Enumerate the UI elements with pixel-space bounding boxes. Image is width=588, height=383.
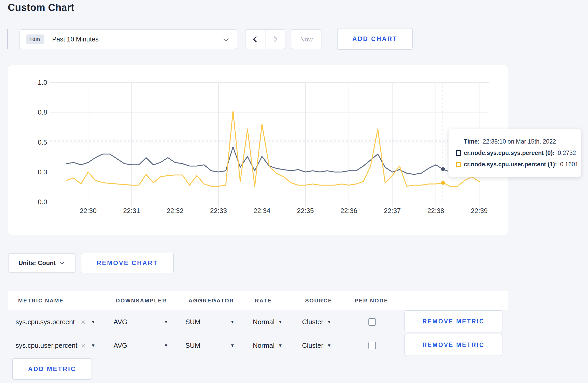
- caret-down-icon[interactable]: ▼: [91, 334, 95, 357]
- chevron-down-icon: [223, 36, 229, 41]
- chart-card: 0.00.30.50.81.022:3022:3122:3222:3322:34…: [8, 65, 508, 235]
- column-header-aggregator: AGGREGATOR: [188, 291, 234, 310]
- clear-metric-icon[interactable]: ×: [81, 334, 86, 357]
- chevron-down-icon: [60, 260, 64, 264]
- source-value: Cluster: [302, 318, 323, 326]
- tooltip-series-value: 0.2732: [558, 150, 576, 157]
- next-time-button[interactable]: [265, 30, 285, 49]
- x-tick-label: 22:32: [167, 207, 184, 215]
- per-node-checkbox[interactable]: [368, 318, 376, 326]
- source-select[interactable]: Cluster▼: [302, 334, 331, 357]
- rate-value: Normal: [253, 318, 275, 326]
- caret-down-icon: ▼: [327, 343, 331, 348]
- x-tick-label: 22:35: [297, 207, 314, 215]
- custom-chart-page: Custom Chart 10m Past 10 Minutes Now ADD…: [0, 0, 588, 383]
- caret-down-icon[interactable]: ▼: [164, 310, 168, 334]
- remove-metric-button[interactable]: REMOVE METRIC: [404, 310, 502, 332]
- y-tick-label: 1.0: [38, 79, 47, 86]
- aggregator-select[interactable]: SUM: [185, 334, 200, 357]
- x-tick-label: 22:36: [340, 207, 357, 215]
- caret-down-icon: ▼: [278, 320, 283, 325]
- metric-row: sys.cpu.sys.percent × ▼ AVG ▼ SUM ▼ Norm…: [8, 310, 508, 334]
- hover-dot-0: [441, 167, 445, 171]
- chart-tooltip: Time: 22:38:10 on Mar 15th, 2022 cr.node…: [448, 129, 581, 177]
- metric-row: sys.cpu.user.percent × ▼ AVG ▼ SUM ▼ Nor…: [8, 334, 508, 357]
- y-tick-label: 0.3: [38, 168, 47, 176]
- column-header-per-node: PER NODE: [355, 291, 388, 310]
- metric-name-select[interactable]: sys.cpu.user.percent: [16, 334, 77, 357]
- series-line-1: [66, 111, 479, 186]
- caret-down-icon[interactable]: ▼: [230, 310, 235, 334]
- rate-value: Normal: [253, 342, 275, 350]
- chevron-right-icon: [271, 36, 277, 42]
- tooltip-series-label: cr.node.sys.cpu.user.percent (1):: [464, 161, 557, 168]
- sys-series-swatch-icon: [456, 150, 461, 156]
- toolbar-divider: [7, 29, 8, 49]
- column-header-rate: RATE: [255, 291, 272, 310]
- user-series-swatch-icon: [456, 162, 461, 167]
- x-tick-label: 22:34: [254, 207, 270, 215]
- remove-chart-button[interactable]: REMOVE CHART: [81, 253, 174, 273]
- series-line-0: [66, 147, 479, 174]
- y-tick-label: 0.8: [38, 108, 47, 116]
- source-select[interactable]: Cluster▼: [302, 310, 331, 334]
- downsampler-select[interactable]: AVG: [114, 310, 127, 334]
- timeseries-chart[interactable]: 0.00.30.50.81.022:3022:3122:3222:3322:34…: [8, 65, 508, 235]
- column-header-source: SOURCE: [305, 291, 332, 310]
- tooltip-time-label: Time:: [464, 138, 480, 145]
- time-pager: [245, 29, 285, 49]
- y-tick-label: 0.0: [38, 198, 47, 206]
- tooltip-time-row: Time: 22:38:10 on Mar 15th, 2022: [464, 138, 581, 145]
- column-header-metric-name: METRIC NAME: [18, 291, 64, 310]
- x-tick-label: 22:31: [123, 207, 140, 215]
- caret-down-icon: ▼: [327, 320, 331, 325]
- aggregator-select[interactable]: SUM: [185, 310, 200, 334]
- y-tick-label: 0.5: [38, 138, 47, 146]
- tooltip-series-value: 0.1601: [560, 161, 578, 168]
- caret-down-icon[interactable]: ▼: [164, 334, 168, 357]
- rate-select[interactable]: Normal▼: [253, 334, 283, 357]
- hover-dot-1: [441, 181, 445, 185]
- rate-select[interactable]: Normal▼: [253, 310, 283, 334]
- x-tick-label: 22:38: [427, 207, 444, 215]
- x-tick-label: 22:33: [210, 207, 227, 215]
- tooltip-time-value: 22:38:10 on Mar 15th, 2022: [483, 138, 556, 145]
- tooltip-series-row: cr.node.sys.cpu.user.percent (1): 0.1601: [456, 161, 581, 168]
- tooltip-series-label: cr.node.sys.cpu.sys.percent (0):: [464, 150, 555, 157]
- metrics-table-header: METRIC NAME DOWNSAMPLER AGGREGATOR RATE …: [8, 291, 508, 310]
- page-title: Custom Chart: [8, 2, 74, 13]
- downsampler-select[interactable]: AVG: [114, 334, 127, 357]
- units-label: Units: Count: [18, 259, 56, 267]
- time-range-dropdown[interactable]: 10m Past 10 Minutes: [19, 29, 237, 49]
- clear-metric-icon[interactable]: ×: [81, 310, 86, 334]
- source-value: Cluster: [302, 342, 323, 350]
- add-metric-button[interactable]: ADD METRIC: [12, 358, 92, 380]
- time-window-badge: 10m: [26, 34, 44, 44]
- units-dropdown[interactable]: Units: Count: [8, 253, 76, 273]
- x-tick-label: 22:30: [80, 207, 96, 215]
- chevron-left-icon: [253, 36, 259, 42]
- caret-down-icon: ▼: [278, 343, 283, 348]
- remove-metric-button[interactable]: REMOVE METRIC: [404, 334, 502, 356]
- x-tick-label: 22:37: [384, 207, 401, 215]
- metric-name-select[interactable]: sys.cpu.sys.percent: [16, 310, 75, 334]
- column-header-downsampler: DOWNSAMPLER: [116, 291, 167, 310]
- caret-down-icon[interactable]: ▼: [230, 334, 235, 357]
- prev-time-button[interactable]: [246, 30, 265, 49]
- x-tick-label: 22:39: [471, 207, 488, 215]
- now-button[interactable]: Now: [291, 29, 322, 49]
- add-chart-button[interactable]: ADD CHART: [337, 28, 413, 50]
- tooltip-series-row: cr.node.sys.cpu.sys.percent (0): 0.2732: [456, 150, 581, 157]
- caret-down-icon[interactable]: ▼: [91, 310, 95, 334]
- per-node-checkbox[interactable]: [368, 342, 376, 349]
- time-range-label: Past 10 Minutes: [52, 36, 99, 43]
